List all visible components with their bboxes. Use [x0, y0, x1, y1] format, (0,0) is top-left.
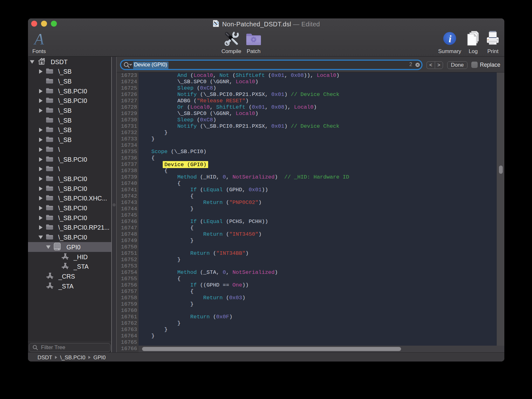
svg-text:i: i: [449, 33, 452, 44]
svg-text:DSL: DSL: [215, 25, 217, 27]
